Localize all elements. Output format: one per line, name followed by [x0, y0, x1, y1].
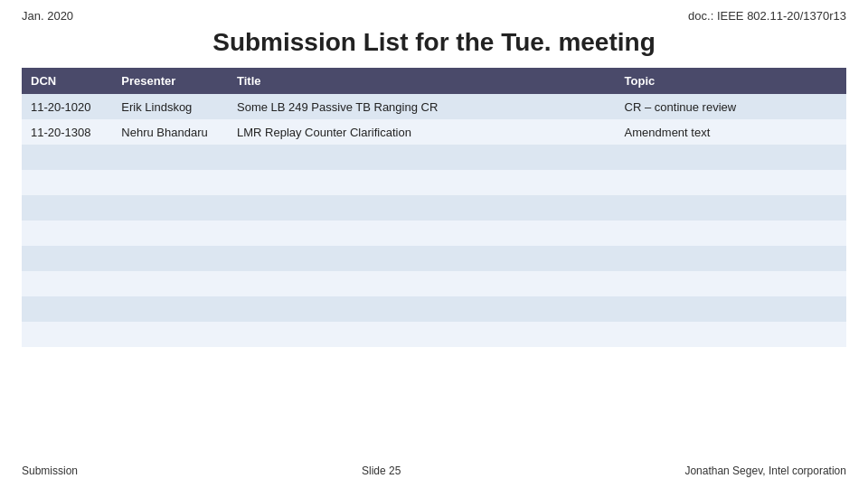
table-cell [22, 296, 112, 322]
table-cell [228, 145, 616, 170]
table-cell: Some LB 249 Passive TB Ranging CR [228, 94, 616, 119]
table-cell [616, 296, 846, 322]
page: Jan. 2020 doc.: IEEE 802.11-20/1370r13 S… [0, 0, 868, 488]
table-cell [112, 246, 228, 271]
footer: Submission Slide 25 Jonathan Segev, Inte… [22, 465, 846, 477]
table-row: 11-20-1308Nehru BhandaruLMR Replay Count… [22, 119, 846, 145]
table-cell: Nehru Bhandaru [112, 119, 228, 145]
table-cell: 11-20-1308 [22, 119, 112, 145]
table-cell [22, 170, 112, 195]
table-cell [616, 221, 846, 246]
table-wrapper: DCN Presenter Title Topic 11-20-1020Erik… [22, 68, 846, 347]
table-cell [22, 195, 112, 221]
table-cell [112, 195, 228, 221]
table-row [22, 296, 846, 322]
header-date: Jan. 2020 [22, 9, 73, 23]
table-row [22, 271, 846, 296]
table-cell [616, 170, 846, 195]
table-cell [228, 221, 616, 246]
table-cell [112, 170, 228, 195]
table-cell [616, 246, 846, 271]
table-cell [616, 195, 846, 221]
table-row [22, 170, 846, 195]
table-cell [228, 170, 616, 195]
table-cell: LMR Replay Counter Clarification [228, 119, 616, 145]
page-title: Submission List for the Tue. meeting [22, 28, 846, 57]
table-cell [22, 271, 112, 296]
footer-center: Slide 25 [362, 465, 401, 477]
table-row: 11-20-1020Erik LindskogSome LB 249 Passi… [22, 94, 846, 119]
table-cell [616, 271, 846, 296]
table-cell [22, 221, 112, 246]
col-header-presenter: Presenter [112, 68, 228, 94]
table-cell: Amendment text [616, 119, 846, 145]
table-cell [616, 145, 846, 170]
table-cell [22, 145, 112, 170]
col-header-title: Title [228, 68, 616, 94]
table-cell [22, 246, 112, 271]
header-bar: Jan. 2020 doc.: IEEE 802.11-20/1370r13 [22, 9, 846, 23]
footer-right: Jonathan Segev, Intel corporation [684, 465, 846, 477]
table-cell: 11-20-1020 [22, 94, 112, 119]
submission-table: DCN Presenter Title Topic 11-20-1020Erik… [22, 68, 846, 347]
col-header-dcn: DCN [22, 68, 112, 94]
table-row [22, 322, 846, 347]
table-cell [112, 296, 228, 322]
table-row [22, 195, 846, 221]
col-header-topic: Topic [616, 68, 846, 94]
table-cell [22, 322, 112, 347]
table-cell [228, 296, 616, 322]
header-doc: doc.: IEEE 802.11-20/1370r13 [688, 9, 846, 23]
table-cell [228, 195, 616, 221]
table-cell [228, 322, 616, 347]
table-cell [112, 322, 228, 347]
table-cell [228, 246, 616, 271]
table-cell [112, 145, 228, 170]
table-row [22, 246, 846, 271]
table-cell [112, 221, 228, 246]
table-header-row: DCN Presenter Title Topic [22, 68, 846, 94]
table-row [22, 221, 846, 246]
table-cell: CR – continue review [616, 94, 846, 119]
table-cell: Erik Lindskog [112, 94, 228, 119]
footer-left: Submission [22, 465, 78, 477]
table-cell [112, 271, 228, 296]
table-cell [228, 271, 616, 296]
table-cell [616, 322, 846, 347]
table-row [22, 145, 846, 170]
